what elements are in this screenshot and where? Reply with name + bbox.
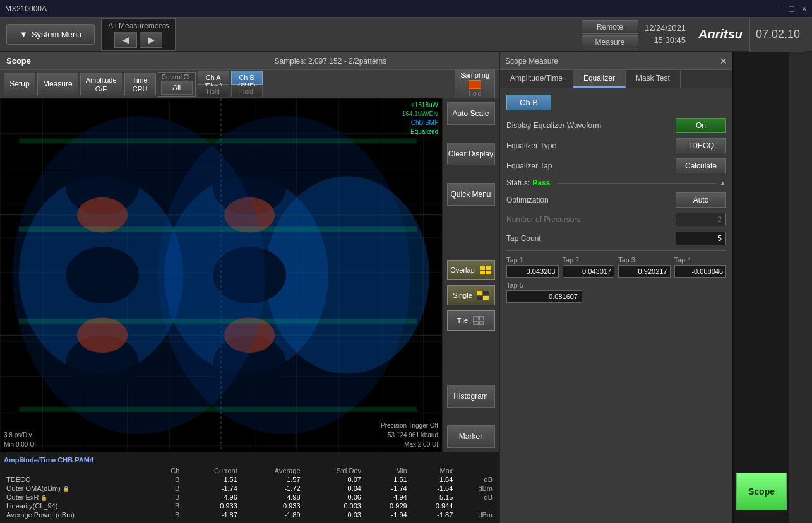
col-header-current: Current bbox=[182, 466, 239, 475]
tap4-col: Tap 4 bbox=[674, 256, 727, 278]
remote-button[interactable]: Remote bbox=[582, 20, 638, 34]
measurements-header: Amplitude/Time CHB PAM4 bbox=[4, 456, 495, 464]
display-equalizer-value[interactable]: On bbox=[676, 118, 726, 133]
status-row: Status: Pass ▲ bbox=[506, 179, 726, 187]
hold-a-button[interactable]: Hold bbox=[198, 86, 229, 97]
optimization-row: Optimization Auto bbox=[506, 192, 726, 208]
all-button[interactable]: All bbox=[161, 81, 193, 95]
single-button[interactable]: Single bbox=[447, 285, 495, 305]
top-bar: ▼ System Menu All Measurements ◀ ▶ Remot… bbox=[0, 18, 812, 52]
tap-count-input[interactable] bbox=[676, 232, 726, 245]
hold-b-button[interactable]: Hold bbox=[231, 86, 263, 97]
system-menu-button[interactable]: ▼ System Menu bbox=[6, 24, 95, 45]
tap1-input[interactable] bbox=[506, 265, 559, 278]
meas-current: 1.51 bbox=[182, 475, 239, 484]
remote-measure-group: Remote Measure bbox=[582, 20, 638, 49]
waveform-labels: +1518uW 164.1uW/Div ChB SMF Equalized bbox=[402, 101, 438, 136]
meas-min: -1.94 bbox=[364, 510, 410, 519]
meas-max: -1.87 bbox=[410, 510, 456, 519]
meas-name: Outer ExR 🔒 bbox=[4, 493, 153, 502]
meas-max: 0.944 bbox=[410, 502, 456, 510]
histogram-button[interactable]: Histogram bbox=[447, 385, 495, 408]
tile-button[interactable]: Tile bbox=[447, 310, 495, 331]
scope-measure-close[interactable]: ✕ bbox=[720, 56, 727, 66]
tap1-label: Tap 1 bbox=[506, 256, 559, 264]
meas-stddev: 0.04 bbox=[303, 484, 364, 493]
tap4-input[interactable] bbox=[674, 265, 727, 278]
main-content: Scope Samples: 2,097,152 - 2/2patterns S… bbox=[0, 52, 812, 523]
control-ch-label: Control Ch bbox=[162, 74, 192, 81]
window-controls[interactable]: − □ × bbox=[776, 4, 807, 14]
meas-average: -1.72 bbox=[240, 484, 303, 493]
measure-top-button[interactable]: Measure bbox=[582, 35, 638, 49]
expand-icon[interactable]: ▲ bbox=[719, 179, 726, 187]
meas-current: -1.74 bbox=[182, 484, 239, 493]
tap2-input[interactable] bbox=[563, 265, 615, 278]
taps-section: Tap 1 Tap 2 Tap 3 Tap 4 bbox=[506, 256, 726, 303]
precursors-input[interactable] bbox=[676, 213, 726, 226]
measurements-table: Ch Current Average Std Dev Min Max TDECQ… bbox=[4, 466, 495, 519]
marker-button[interactable]: Marker bbox=[447, 425, 495, 448]
tap3-col: Tap 3 bbox=[618, 256, 671, 278]
clear-display-button[interactable]: Clear Display bbox=[447, 143, 495, 165]
svg-point-20 bbox=[158, 116, 410, 434]
equalizer-tap-row: Equalizer Tap Calculate bbox=[506, 158, 726, 173]
tab-amplitude-time[interactable]: Amplitude/Time bbox=[500, 70, 573, 88]
tab-mask-test[interactable]: Mask Test bbox=[626, 70, 681, 88]
scope-edge-button[interactable]: Scope bbox=[736, 473, 787, 510]
auto-scale-button[interactable]: Auto Scale bbox=[447, 102, 495, 125]
quick-menu-button[interactable]: Quick Menu bbox=[447, 183, 495, 206]
overlap-icon-cell bbox=[486, 271, 491, 275]
col-header-unit bbox=[455, 466, 495, 475]
waveform-section: +1518uW 164.1uW/Div ChB SMF Equalized 3.… bbox=[0, 98, 499, 452]
ch-a-button[interactable]: Ch A(Elec.) bbox=[198, 71, 229, 85]
optimization-value[interactable]: Auto bbox=[676, 192, 726, 208]
side-buttons-panel: Auto Scale Clear Display Quick Menu Over… bbox=[442, 98, 499, 452]
equalizer-type-value[interactable]: TDECQ bbox=[676, 138, 726, 153]
amplitude-oe-button[interactable]: AmplitudeO/E bbox=[80, 73, 122, 95]
meas-current: -1.87 bbox=[182, 510, 239, 519]
next-measurement-button[interactable]: ▶ bbox=[140, 32, 162, 48]
samples-info: Samples: 2,097,152 - 2/2patterns bbox=[169, 57, 493, 66]
single-icon-cell bbox=[477, 291, 483, 295]
ch-b-button[interactable]: Ch B(SMF) bbox=[231, 71, 263, 85]
close-btn[interactable]: × bbox=[802, 4, 807, 14]
meas-unit: dB bbox=[455, 493, 495, 502]
tap-count-label: Tap Count bbox=[506, 234, 676, 243]
meas-name: TDECQ bbox=[4, 475, 153, 484]
equalizer-tap-value[interactable]: Calculate bbox=[676, 158, 726, 173]
tap-divider bbox=[506, 250, 726, 251]
tab-equalizer[interactable]: Equalizer bbox=[573, 70, 626, 88]
overlap-icon-cell bbox=[480, 271, 486, 275]
sampling-label: Sampling bbox=[460, 71, 489, 79]
overlap-label: Overlap bbox=[450, 266, 475, 274]
waveform-display: +1518uW 164.1uW/Div ChB SMF Equalized 3.… bbox=[0, 98, 442, 452]
status-value: Pass bbox=[532, 179, 550, 187]
equalizer-type-row: Equalizer Type TDECQ bbox=[506, 138, 726, 153]
tap-count-row: Tap Count bbox=[506, 232, 726, 245]
meas-average: 0.933 bbox=[240, 502, 303, 510]
col-header-stddev: Std Dev bbox=[303, 466, 364, 475]
sampling-indicator bbox=[469, 80, 481, 89]
measure-button[interactable]: Measure bbox=[37, 73, 78, 95]
col-header-max: Max bbox=[410, 466, 456, 475]
minimize-btn[interactable]: − bbox=[776, 4, 781, 14]
measurements-panel: Amplitude/Time CHB PAM4 Ch Current Avera… bbox=[0, 452, 499, 523]
tap5-input[interactable] bbox=[506, 290, 582, 303]
meas-ch: B bbox=[153, 502, 182, 510]
datetime-display: 12/24/2021 15:30:45 bbox=[645, 23, 686, 45]
ch-b-select-button[interactable]: Ch B bbox=[506, 95, 551, 110]
tile-icon-cell bbox=[474, 321, 479, 325]
measurements-body: TDECQ B 1.51 1.57 0.07 1.51 1.64 dB Oute… bbox=[4, 475, 495, 519]
single-icon-cell bbox=[483, 296, 489, 300]
maximize-btn[interactable]: □ bbox=[789, 4, 794, 14]
scope-title: Scope bbox=[6, 56, 169, 66]
meas-max: 5.15 bbox=[410, 493, 456, 502]
setup-button[interactable]: Setup bbox=[4, 73, 35, 95]
time-cru-button[interactable]: TimeCRU bbox=[124, 73, 156, 95]
tap5-section: Tap 5 bbox=[506, 281, 726, 303]
waveform-bottom-labels: 3.8 ps/Div Min 0.00 UI bbox=[4, 430, 36, 449]
overlap-button[interactable]: Overlap bbox=[447, 260, 495, 280]
tap3-input[interactable] bbox=[618, 265, 671, 278]
prev-measurement-button[interactable]: ◀ bbox=[114, 32, 137, 48]
